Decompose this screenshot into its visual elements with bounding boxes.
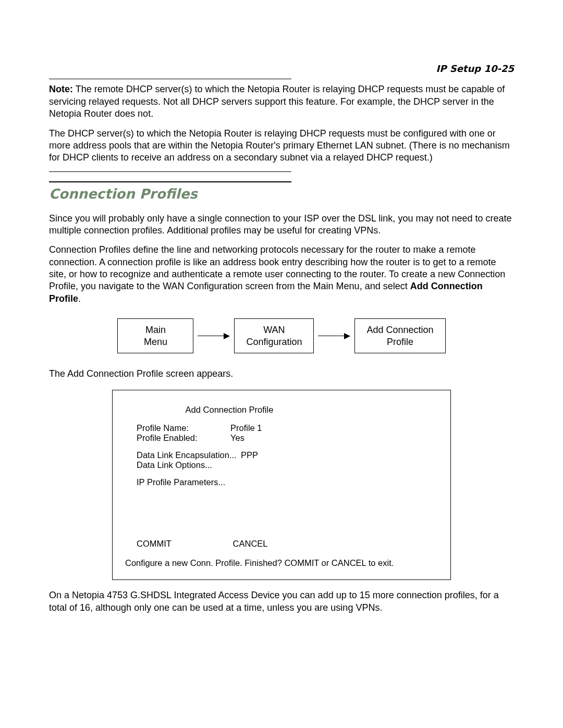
running-header: IP Setup 10-25	[49, 63, 514, 75]
note-label: Note:	[49, 84, 73, 94]
commit-button[interactable]: COMMIT	[137, 539, 230, 549]
nav-box1-line1: Main	[145, 325, 166, 335]
encap-label: Data Link Encapsulation...	[137, 450, 241, 460]
ip-profile-params: IP Profile Parameters...	[137, 477, 438, 487]
terminal-screen: Add Connection Profile Profile Name: Pro…	[112, 390, 451, 581]
profile-name-value: Profile 1	[230, 423, 262, 433]
nav-box-wan-config: WAN Configuration	[234, 318, 314, 353]
page: IP Setup 10-25 Note: The remote DHCP ser…	[0, 0, 563, 684]
rule-section	[49, 181, 291, 182]
nav-diagram: Main Menu WAN Configuration Add Connecti…	[49, 318, 514, 353]
nav-box-add-connection: Add Connection Profile	[354, 318, 445, 353]
nav-box2-line1: WAN	[263, 325, 285, 335]
after-paragraph: On a Netopia 4753 G.SHDSL Integrated Acc…	[49, 589, 514, 614]
profile-name-label: Profile Name:	[137, 423, 230, 433]
terminal-footer: Configure a new Conn. Profile. Finished?…	[125, 558, 438, 568]
section-heading: Connection Profiles	[49, 186, 514, 203]
terminal-actions: COMMIT CANCEL	[137, 539, 438, 549]
note-paragraph: Note: The remote DHCP server(s) to which…	[49, 83, 514, 120]
terminal-title: Add Connection Profile	[125, 405, 438, 415]
profile-enabled-value: Yes	[230, 433, 244, 443]
terminal-screen-wrap: Add Connection Profile Profile Name: Pro…	[112, 390, 451, 581]
arrow-icon	[318, 333, 350, 339]
terminal-block-datalink: Data Link Encapsulation... PPP Data Link…	[125, 450, 438, 470]
note-text: The remote DHCP server(s) to which the N…	[49, 84, 505, 119]
cp-paragraph-2b: .	[78, 293, 81, 304]
nav-box1-line2: Menu	[144, 337, 167, 347]
nav-box3-line1: Add Connection	[366, 325, 433, 335]
rule-top	[49, 79, 291, 79]
dhcp-paragraph: The DHCP server(s) to which the Netopia …	[49, 128, 514, 164]
datalink-options-label: Data Link Options...	[137, 460, 230, 470]
terminal-block-name: Profile Name: Profile 1 Profile Enabled:…	[125, 423, 438, 443]
nav-box-main-menu: Main Menu	[117, 318, 193, 353]
cp-paragraph-1: Since you will probably only have a sing…	[49, 213, 514, 237]
appears-paragraph: The Add Connection Profile screen appear…	[49, 368, 514, 380]
encap-value: PPP	[241, 450, 258, 460]
cp-paragraph-2: Connection Profiles define the line and …	[49, 244, 514, 305]
rule-mid	[49, 171, 291, 172]
nav-box2-line2: Configuration	[246, 337, 302, 347]
profile-enabled-label: Profile Enabled:	[137, 433, 230, 443]
nav-box3-line2: Profile	[387, 337, 413, 347]
arrow-icon	[198, 333, 230, 339]
cancel-button[interactable]: CANCEL	[233, 539, 268, 548]
